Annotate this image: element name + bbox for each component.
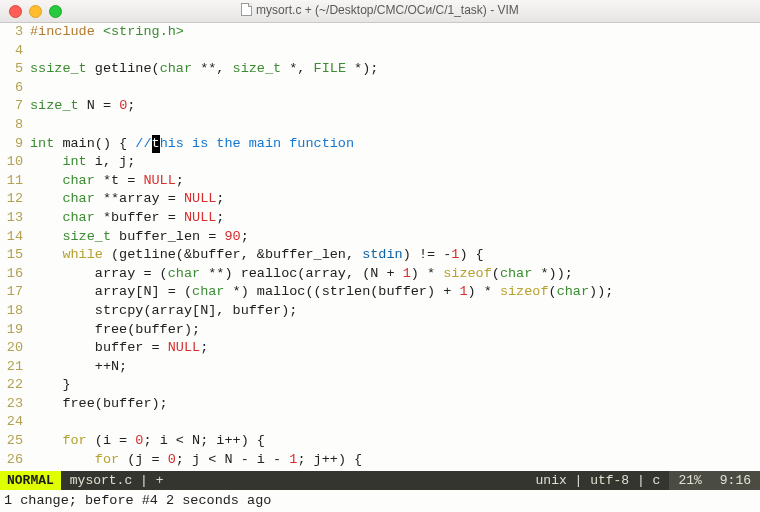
code-content[interactable] <box>30 79 760 98</box>
code-line[interactable]: 3#include <string.h> <box>0 23 760 42</box>
code-line[interactable]: 18 strcpy(array[N], buffer); <box>0 302 760 321</box>
code-content[interactable]: for (i = 0; i < N; i++) { <box>30 432 760 451</box>
code-line[interactable]: 21 ++N; <box>0 358 760 377</box>
status-cursor-pos: 9:16 <box>711 471 760 490</box>
line-number: 6 <box>0 79 30 98</box>
code-content[interactable]: char **array = NULL; <box>30 190 760 209</box>
code-content[interactable] <box>30 413 760 432</box>
line-number: 24 <box>0 413 30 432</box>
line-number: 26 <box>0 451 30 470</box>
line-number: 4 <box>0 42 30 61</box>
code-content[interactable]: free(buffer); <box>30 321 760 340</box>
code-line[interactable]: 16 array = (char **) realloc(array, (N +… <box>0 265 760 284</box>
code-line[interactable]: 23 free(buffer); <box>0 395 760 414</box>
window-controls <box>0 5 62 18</box>
code-content[interactable]: int main() { //this is the main function <box>30 135 760 154</box>
code-line[interactable]: 22 } <box>0 376 760 395</box>
zoom-icon[interactable] <box>49 5 62 18</box>
code-line[interactable]: 17 array[N] = (char *) malloc((strlen(bu… <box>0 283 760 302</box>
code-line[interactable]: 8 <box>0 116 760 135</box>
code-line[interactable]: 19 free(buffer); <box>0 321 760 340</box>
code-line[interactable]: 6 <box>0 79 760 98</box>
code-content[interactable]: char *t = NULL; <box>30 172 760 191</box>
status-percent: 21% <box>669 471 710 490</box>
line-number: 12 <box>0 190 30 209</box>
code-content[interactable]: #include <string.h> <box>30 23 760 42</box>
code-line[interactable]: 11 char *t = NULL; <box>0 172 760 191</box>
code-content[interactable] <box>30 42 760 61</box>
status-fileinfo: unix | utf-8 | c <box>536 471 661 490</box>
code-content[interactable]: for (j = 0; j < N - i - 1; j++) { <box>30 451 760 470</box>
line-number: 17 <box>0 283 30 302</box>
code-content[interactable]: size_t buffer_len = 90; <box>30 228 760 247</box>
line-number: 10 <box>0 153 30 172</box>
window-title-text: mysort.c + (~/Desktop/CMC/ОСи/C/1_task) … <box>256 3 519 17</box>
line-number: 8 <box>0 116 30 135</box>
minimize-icon[interactable] <box>29 5 42 18</box>
code-content[interactable]: char *buffer = NULL; <box>30 209 760 228</box>
status-bar: NORMAL mysort.c | + unix | utf-8 | c 21%… <box>0 471 760 490</box>
window-title: mysort.c + (~/Desktop/CMC/ОСи/C/1_task) … <box>0 3 760 17</box>
vim-mode: NORMAL <box>0 471 61 490</box>
code-content[interactable] <box>30 116 760 135</box>
editor-viewport[interactable]: 3#include <string.h>45ssize_t getline(ch… <box>0 23 760 471</box>
vim-message-line: 1 change; before #4 2 seconds ago <box>0 490 760 512</box>
status-filename: mysort.c | + <box>70 471 164 490</box>
code-line[interactable]: 15 while (getline(&buffer, &buffer_len, … <box>0 246 760 265</box>
close-icon[interactable] <box>9 5 22 18</box>
window-titlebar: mysort.c + (~/Desktop/CMC/ОСи/C/1_task) … <box>0 0 760 23</box>
code-content[interactable]: array = (char **) realloc(array, (N + 1)… <box>30 265 760 284</box>
line-number: 11 <box>0 172 30 191</box>
line-number: 19 <box>0 321 30 340</box>
code-line[interactable]: 10 int i, j; <box>0 153 760 172</box>
code-line[interactable]: 24 <box>0 413 760 432</box>
code-line[interactable]: 12 char **array = NULL; <box>0 190 760 209</box>
line-number: 16 <box>0 265 30 284</box>
line-number: 9 <box>0 135 30 154</box>
line-number: 20 <box>0 339 30 358</box>
line-number: 5 <box>0 60 30 79</box>
code-line[interactable]: 9int main() { //this is the main functio… <box>0 135 760 154</box>
status-file-segment: mysort.c | + unix | utf-8 | c <box>61 471 670 490</box>
code-content[interactable]: array[N] = (char *) malloc((strlen(buffe… <box>30 283 760 302</box>
line-number: 18 <box>0 302 30 321</box>
code-line[interactable]: 26 for (j = 0; j < N - i - 1; j++) { <box>0 451 760 470</box>
code-line[interactable]: 25 for (i = 0; i < N; i++) { <box>0 432 760 451</box>
line-number: 14 <box>0 228 30 247</box>
line-number: 3 <box>0 23 30 42</box>
line-number: 25 <box>0 432 30 451</box>
line-number: 21 <box>0 358 30 377</box>
code-content[interactable]: while (getline(&buffer, &buffer_len, std… <box>30 246 760 265</box>
code-content[interactable]: strcpy(array[N], buffer); <box>30 302 760 321</box>
line-number: 22 <box>0 376 30 395</box>
line-number: 13 <box>0 209 30 228</box>
line-number: 15 <box>0 246 30 265</box>
code-content[interactable]: free(buffer); <box>30 395 760 414</box>
code-line[interactable]: 7size_t N = 0; <box>0 97 760 116</box>
code-line[interactable]: 5ssize_t getline(char **, size_t *, FILE… <box>0 60 760 79</box>
code-content[interactable]: } <box>30 376 760 395</box>
code-content[interactable]: ssize_t getline(char **, size_t *, FILE … <box>30 60 760 79</box>
code-line[interactable]: 13 char *buffer = NULL; <box>0 209 760 228</box>
code-content[interactable]: buffer = NULL; <box>30 339 760 358</box>
code-content[interactable]: ++N; <box>30 358 760 377</box>
code-content[interactable]: size_t N = 0; <box>30 97 760 116</box>
code-content[interactable]: int i, j; <box>30 153 760 172</box>
code-line[interactable]: 4 <box>0 42 760 61</box>
document-icon <box>241 3 252 16</box>
code-line[interactable]: 20 buffer = NULL; <box>0 339 760 358</box>
code-line[interactable]: 14 size_t buffer_len = 90; <box>0 228 760 247</box>
line-number: 23 <box>0 395 30 414</box>
line-number: 7 <box>0 97 30 116</box>
